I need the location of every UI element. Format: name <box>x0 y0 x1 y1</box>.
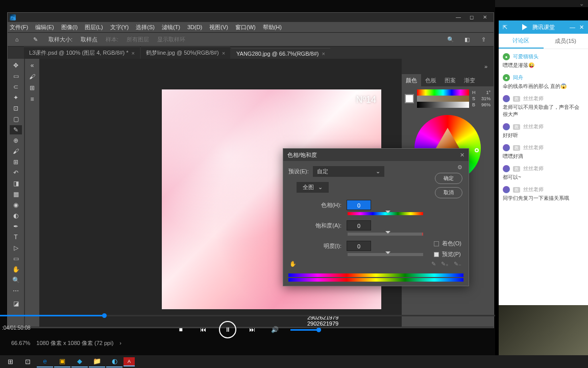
preset-select[interactable]: 自定⌄ <box>313 166 384 177</box>
menu-3d[interactable]: 3D(D) <box>187 24 202 30</box>
menu-edit[interactable]: 编辑(E) <box>35 24 54 31</box>
volume-slider[interactable] <box>290 329 321 331</box>
eyedropper-icon[interactable]: ✎ <box>431 261 436 267</box>
username[interactable]: ●同舟 <box>503 74 584 81</box>
explorer-icon[interactable]: ▣ <box>54 356 70 367</box>
doc-tab[interactable]: L3课件.psd @ 100% (图层 4, RGB/8#) *× <box>24 47 140 59</box>
minimize-button[interactable]: — <box>452 13 465 22</box>
path-tool[interactable]: ▷ <box>10 243 22 252</box>
edge-icon[interactable]: e <box>37 356 53 367</box>
history-brush-tool[interactable]: ↶ <box>10 168 22 177</box>
menu-bar[interactable]: 文件(F) 编辑(E) 图像(I) 图层(L) 文字(Y) 选择(S) 滤镜(T… <box>8 22 494 32</box>
frame-tool[interactable]: ▢ <box>10 114 22 124</box>
collapse-icon[interactable]: » <box>478 59 494 74</box>
spectrum-bars[interactable] <box>288 273 463 282</box>
close-icon[interactable]: × <box>322 51 325 57</box>
menu-select[interactable]: 选择(S) <box>136 24 155 31</box>
message-list[interactable]: ●可爱猫猫头嘿嘿是潜落😜●同舟伞的线条咋画的那么 直的😱教 丝丝老师老师可以不用… <box>499 49 588 334</box>
search-icon[interactable]: 🔍 <box>445 34 457 44</box>
color-swap-icon[interactable]: ◪ <box>10 299 22 308</box>
close-icon[interactable]: × <box>132 50 135 56</box>
hand-tool[interactable]: ✋ <box>10 265 22 274</box>
close-icon[interactable]: × <box>222 50 225 56</box>
dialog-titlebar[interactable]: 色相/饱和度 ✕ <box>283 149 469 161</box>
username[interactable]: 教 丝丝老师 <box>503 123 584 130</box>
username[interactable]: ●可爱猫猫头 <box>503 53 584 60</box>
menu-layer[interactable]: 图层(L) <box>85 24 103 31</box>
eyedropper-minus-icon[interactable]: ✎₋ <box>454 261 461 267</box>
sample-value[interactable]: 取样点 <box>81 36 97 43</box>
app-icon[interactable]: A <box>124 357 135 366</box>
doc-tab-active[interactable]: YANG280.jpg @ 66.7%(RGB/8#)× <box>231 48 330 59</box>
progress-bar[interactable] <box>0 315 495 316</box>
panel-tab-pattern[interactable]: 图案 <box>440 74 460 86</box>
prev-button[interactable]: ⏮ <box>197 323 210 336</box>
dodge-tool[interactable]: ◐ <box>10 211 22 220</box>
stamp-tool[interactable]: ⊞ <box>10 157 22 167</box>
bri-slider[interactable] <box>417 102 469 108</box>
fg-swatch[interactable] <box>405 94 414 103</box>
tab-members[interactable]: 成员(15) <box>544 34 589 49</box>
stop-button[interactable]: ■ <box>174 323 187 336</box>
menu-help[interactable]: 帮助(H) <box>263 24 282 31</box>
menu-file[interactable]: 文件(F) <box>10 24 28 31</box>
hue-slider[interactable] <box>417 89 469 96</box>
cancel-button[interactable]: 取消 <box>435 187 462 198</box>
misc-tool[interactable]: ⋯ <box>10 286 22 295</box>
menu-type[interactable]: 文字(Y) <box>110 24 129 31</box>
tool-preset-icon[interactable]: ✎ <box>30 34 40 44</box>
eyedropper-tool[interactable]: ✎ <box>10 125 22 134</box>
collapse-icon[interactable]: « <box>26 61 38 70</box>
panel-tab-gradient[interactable]: 渐变 <box>460 74 479 86</box>
gear-icon[interactable]: ⚙ <box>435 164 462 171</box>
menu-filter[interactable]: 滤镜(T) <box>162 24 180 31</box>
close-icon[interactable]: ✕ <box>579 24 584 31</box>
app-icon[interactable]: ◐ <box>106 356 122 367</box>
maximize-button[interactable]: ◻ <box>465 13 478 22</box>
close-icon[interactable]: ✕ <box>460 152 464 158</box>
sat-slider[interactable] <box>417 96 469 102</box>
task-view-icon[interactable]: ⊡ <box>19 356 36 367</box>
lig-bar[interactable] <box>348 253 423 256</box>
ok-button[interactable]: 确定 <box>435 173 462 184</box>
zoom-tool[interactable]: 🔍 <box>10 275 22 285</box>
home-icon[interactable]: ⌂ <box>12 34 22 44</box>
showring-label[interactable]: 显示取样环 <box>157 36 185 43</box>
marquee-tool[interactable]: ▭ <box>10 72 22 81</box>
type-tool[interactable]: T <box>10 233 22 242</box>
username[interactable]: 教 丝丝老师 <box>503 95 584 102</box>
brush-panel-icon[interactable]: 🖌 <box>26 72 38 81</box>
pen-tool[interactable]: ✒ <box>10 222 22 231</box>
shape-tool[interactable]: ▭ <box>10 254 22 263</box>
username[interactable]: 教 丝丝老师 <box>503 144 584 151</box>
move-tool[interactable]: ✥ <box>10 61 22 70</box>
sat-bar[interactable] <box>348 233 423 236</box>
brush-settings-icon[interactable]: ⊞ <box>26 83 38 93</box>
history-panel-icon[interactable]: ≡ <box>26 95 38 104</box>
doc-tab[interactable]: 鹤梦line.jpg @ 50%(RGB/8#)× <box>141 47 230 59</box>
hue-bar[interactable] <box>348 212 423 215</box>
dropdown-icon[interactable]: ⌄ <box>579 1 584 7</box>
video-thumbnail[interactable] <box>499 305 588 355</box>
tab-discuss[interactable]: 讨论区 <box>499 34 544 49</box>
wand-tool[interactable]: ✦ <box>10 93 22 102</box>
workspace-icon[interactable]: ◧ <box>461 34 473 44</box>
panel-tab-swatch[interactable]: 色板 <box>421 74 440 86</box>
heal-tool[interactable]: ⊕ <box>10 136 22 145</box>
crop-tool[interactable]: ⊡ <box>10 104 22 113</box>
colorize-checkbox[interactable]: 着色(O) <box>434 240 461 247</box>
eraser-tool[interactable]: ◨ <box>10 179 22 188</box>
play-pause-button[interactable]: ⏸ <box>219 321 236 338</box>
volume-icon[interactable]: 🔊 <box>268 323 281 336</box>
username[interactable]: 教 丝丝老师 <box>503 165 584 172</box>
share-icon[interactable]: ⇪ <box>477 34 489 44</box>
menu-view[interactable]: 视图(V) <box>209 24 228 31</box>
hand-icon[interactable]: ✋ <box>289 261 297 267</box>
scope-select[interactable]: 全图⌄ <box>297 182 329 193</box>
eyedropper-plus-icon[interactable]: ✎₊ <box>441 261 449 267</box>
preview-checkbox[interactable]: 预览(P) <box>434 250 461 258</box>
gradient-tool[interactable]: ▦ <box>10 190 22 199</box>
minimize-icon[interactable]: — <box>570 24 575 30</box>
menu-window[interactable]: 窗口(W) <box>235 24 256 31</box>
menu-image[interactable]: 图像(I) <box>61 24 78 31</box>
